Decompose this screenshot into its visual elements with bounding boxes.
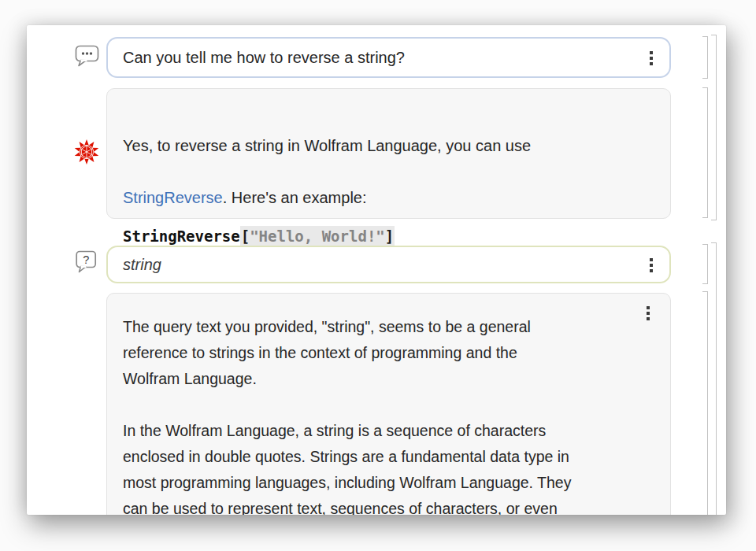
chat-input-cell[interactable]: Can you tell me how to reverse a string? <box>106 37 671 78</box>
assistant-response-cell: Yes, to reverse a string in Wolfram Lang… <box>106 88 671 219</box>
cell-bracket-input-1[interactable] <box>702 36 708 79</box>
kebab-menu-icon[interactable] <box>645 305 651 322</box>
chat-bubble-question-icon[interactable]: ? <box>76 250 97 278</box>
cell-bracket-response-1[interactable] <box>702 87 708 218</box>
wolfram-spikey-icon <box>73 139 100 168</box>
cell-bracket-response-2[interactable] <box>702 291 708 515</box>
response2-paragraph-2: In the Wolfram Language, a string is a s… <box>123 418 634 515</box>
response-text-line1: Yes, to reverse a string in Wolfram Lang… <box>123 137 531 154</box>
kebab-menu-icon[interactable] <box>648 257 654 274</box>
code-open-bracket: [ <box>241 227 250 245</box>
chat-bubble-dots-icon[interactable] <box>75 44 100 71</box>
svg-text:?: ? <box>83 253 89 266</box>
code-close-bracket: ] <box>385 227 394 245</box>
code-string-literal: "Hello, World!" <box>250 227 385 245</box>
kebab-menu-icon[interactable] <box>648 50 654 67</box>
cell-group-bracket-2[interactable] <box>711 242 717 515</box>
cell-group-bracket-1[interactable] <box>711 35 717 220</box>
chat-query-text: string <box>123 256 161 274</box>
code-snippet[interactable]: StringReverse["Hello, World!"] <box>123 227 634 245</box>
assistant-response-cell-2: The query text you provided, "string", s… <box>106 293 671 515</box>
code-function-name: StringReverse <box>123 227 240 245</box>
stringreverse-doc-link[interactable]: StringReverse <box>123 189 223 206</box>
response-text-line2: . Here's an example: <box>223 189 367 206</box>
chat-input-text: Can you tell me how to reverse a string? <box>123 49 405 67</box>
cell-bracket-input-2[interactable] <box>702 244 708 284</box>
response2-paragraph-1: The query text you provided, "string", s… <box>123 314 634 392</box>
notebook-page: Can you tell me how to reverse a string?… <box>27 25 726 515</box>
chat-query-cell[interactable]: string <box>106 246 671 283</box>
